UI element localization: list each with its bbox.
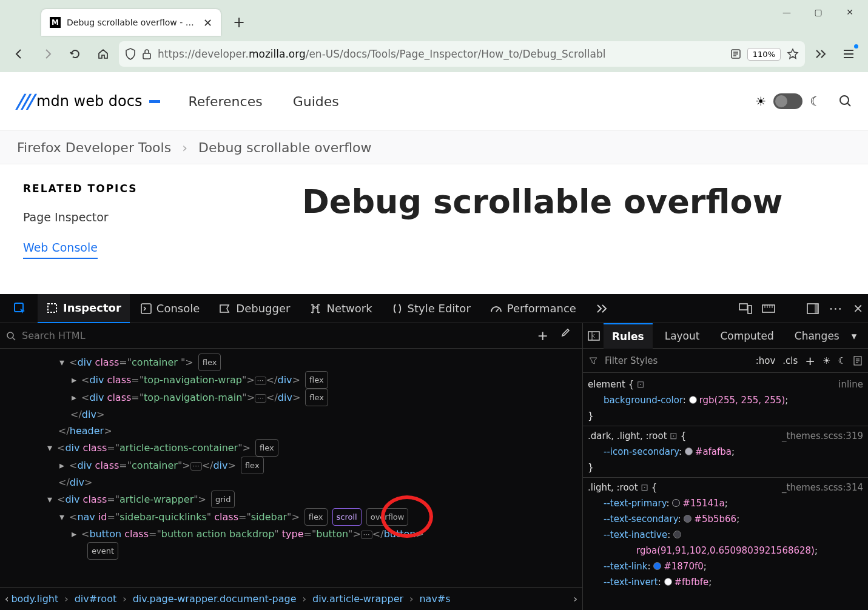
rules-filter-row: Filter Styles :hov .cls + ☀ ☾: [583, 349, 868, 373]
page-content: /// mdn web docs References Guides ☀ ☾ F…: [0, 72, 868, 294]
more-icon[interactable]: ⋯: [829, 301, 843, 316]
mdn-header: /// mdn web docs References Guides ☀ ☾: [0, 72, 868, 131]
cls-button[interactable]: .cls: [782, 355, 798, 366]
sidebar-link-page-inspector[interactable]: Page Inspector: [23, 210, 278, 224]
filter-icon: [589, 357, 597, 365]
breadcrumb: Firefox Developer Tools › Debug scrollab…: [0, 131, 868, 164]
add-rule-button[interactable]: +: [805, 354, 815, 368]
titlebar: M Debug scrollable overflow - Fire ✕ + —…: [0, 0, 868, 36]
svg-rect-6: [739, 304, 747, 310]
tab-debugger[interactable]: Debugger: [210, 294, 298, 323]
markup-panel: + ▾<div class="container ">flex ▸<div cl…: [0, 323, 583, 610]
theme-toggle[interactable]: [773, 93, 802, 109]
devtools-panel: Inspector Console Debugger Network Style…: [0, 294, 868, 610]
tab-rules[interactable]: Rules: [604, 323, 653, 349]
rules-tabs: Rules Layout Computed Changes ▾: [583, 323, 868, 349]
sun-icon: ☀: [755, 94, 766, 109]
tab-style-editor[interactable]: Style Editor: [383, 294, 479, 323]
favicon-icon: M: [50, 17, 61, 28]
tab-layout[interactable]: Layout: [656, 323, 708, 349]
svg-rect-4: [48, 304, 56, 312]
app-menu-button[interactable]: [836, 42, 861, 66]
maximize-button[interactable]: ▢: [802, 0, 834, 24]
zoom-level[interactable]: 110%: [747, 48, 781, 61]
breadcrumb-current: Debug scrollable overflow: [198, 140, 372, 155]
tab-computed[interactable]: Computed: [712, 323, 782, 349]
minimize-button[interactable]: —: [771, 0, 802, 24]
overflow-chevron-icon[interactable]: [809, 42, 833, 66]
nav-guides[interactable]: Guides: [293, 94, 339, 109]
toggle-panes-icon[interactable]: [588, 331, 600, 341]
tab-network[interactable]: Network: [301, 294, 380, 323]
filter-styles-input[interactable]: Filter Styles: [605, 355, 749, 366]
tab-console[interactable]: Console: [132, 294, 208, 323]
ruler-icon[interactable]: [762, 304, 775, 313]
scroll-badge[interactable]: scroll: [332, 508, 362, 526]
overflow-badge[interactable]: overflow: [366, 508, 409, 526]
search-html-input[interactable]: [22, 330, 531, 341]
html-tree[interactable]: ▾<div class="container ">flex ▸<div clas…: [0, 349, 582, 587]
mdn-logo[interactable]: /// mdn web docs: [16, 90, 160, 113]
forward-button[interactable]: [35, 42, 59, 66]
window-controls: — ▢ ✕: [771, 0, 866, 24]
search-button[interactable]: [839, 95, 852, 108]
breadcrumb-parent[interactable]: Firefox Developer Tools: [17, 140, 171, 155]
address-bar[interactable]: https://developer.mozilla.org/en-US/docs…: [119, 41, 805, 67]
bookmark-star-icon[interactable]: [787, 48, 799, 60]
rules-list[interactable]: element { ⊡inline background-color: rgb(…: [583, 373, 868, 610]
sidebar-heading: RELATED TOPICS: [23, 183, 278, 195]
home-button[interactable]: [91, 42, 115, 66]
devtools-tabs: Inspector Console Debugger Network Style…: [0, 294, 868, 323]
svg-point-2: [840, 96, 849, 104]
moon-icon: ☾: [810, 94, 821, 109]
search-icon: [6, 331, 16, 341]
light-scheme-icon[interactable]: ☀: [823, 355, 830, 366]
nav-references[interactable]: References: [188, 94, 262, 109]
add-node-button[interactable]: +: [537, 328, 548, 343]
node-breadcrumb[interactable]: ‹ body.light› div#root› div.page-wrapper…: [0, 587, 582, 610]
print-sim-icon[interactable]: [853, 356, 862, 366]
url-text: https://developer.mozilla.org/en-US/docs…: [158, 48, 724, 60]
close-window-button[interactable]: ✕: [834, 0, 866, 24]
mdn-logo-icon: ///: [16, 90, 32, 113]
lock-icon[interactable]: [142, 49, 152, 59]
inspect-icon[interactable]: ⊡: [637, 379, 645, 390]
svg-rect-7: [748, 306, 752, 313]
rdm-icon[interactable]: [739, 303, 752, 314]
svg-rect-10: [815, 304, 818, 313]
shield-icon[interactable]: [125, 48, 136, 60]
browser-tab[interactable]: M Debug scrollable overflow - Fire ✕: [41, 9, 221, 36]
tab-inspector[interactable]: Inspector: [38, 294, 130, 323]
back-button[interactable]: [7, 42, 32, 66]
tab-title: Debug scrollable overflow - Fire: [67, 18, 197, 27]
page-title: Debug scrollable overflow: [302, 183, 783, 221]
svg-point-11: [7, 332, 13, 338]
reader-icon[interactable]: [730, 49, 741, 59]
cursor-icon: [149, 100, 160, 103]
hov-button[interactable]: :hov: [756, 355, 776, 366]
svg-rect-8: [762, 305, 775, 312]
sidebar-link-web-console[interactable]: Web Console: [23, 241, 98, 259]
article: Debug scrollable overflow: [302, 183, 783, 276]
dark-scheme-icon[interactable]: ☾: [838, 355, 846, 366]
crumb-next-icon[interactable]: ›: [574, 593, 577, 605]
reload-button[interactable]: [63, 42, 87, 66]
svg-rect-12: [588, 332, 599, 340]
crumb-prev-icon[interactable]: ‹: [5, 593, 8, 605]
sidebar: RELATED TOPICS Page Inspector Web Consol…: [23, 183, 278, 276]
new-tab-button[interactable]: +: [228, 12, 250, 33]
tab-performance[interactable]: Performance: [482, 294, 585, 323]
dock-side-icon[interactable]: [807, 303, 819, 314]
element-picker-button[interactable]: [5, 294, 35, 323]
close-tab-button[interactable]: ✕: [203, 16, 212, 29]
tabs-overflow-icon[interactable]: [587, 294, 617, 323]
close-devtools-button[interactable]: ✕: [853, 301, 863, 316]
tab-changes[interactable]: Changes: [786, 323, 848, 349]
mdn-nav: References Guides: [188, 94, 338, 109]
navbar: https://developer.mozilla.org/en-US/docs…: [0, 36, 868, 72]
eyedropper-icon[interactable]: [559, 328, 570, 343]
rules-panel: Rules Layout Computed Changes ▾ Filter S…: [583, 323, 868, 610]
chevron-right-icon: ›: [182, 140, 187, 155]
html-search-row: +: [0, 323, 582, 349]
svg-rect-0: [143, 53, 150, 59]
